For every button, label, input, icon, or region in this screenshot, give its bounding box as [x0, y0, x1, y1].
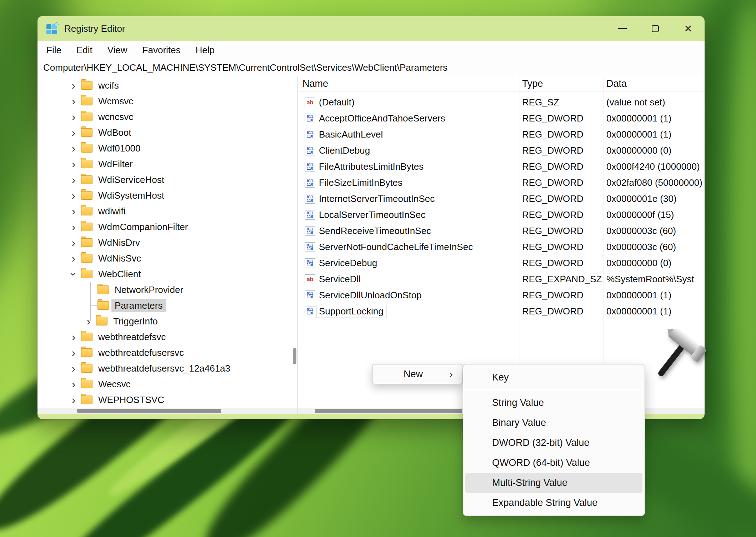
close-button[interactable]: ×: [672, 16, 705, 41]
minimize-button[interactable]: [606, 16, 639, 41]
list-horizontal-scrollbar-thumb[interactable]: [315, 409, 462, 413]
tree-item-wdmcompanionfilter[interactable]: ›WdmCompanionFilter: [37, 219, 292, 235]
value-row-basicauthlevel[interactable]: 011 110BasicAuthLevelREG_DWORD0x00000001…: [298, 126, 705, 143]
value-row-servicedebug[interactable]: 011 110ServiceDebugREG_DWORD0x00000000 (…: [298, 255, 705, 271]
chevron-right-icon[interactable]: ›: [69, 379, 78, 390]
tree-item-wdnisdrv[interactable]: ›WdNisDrv: [37, 235, 292, 250]
submenu-item-key[interactable]: Key: [465, 367, 642, 387]
value-row-filesizelimitinbytes[interactable]: 011 110FileSizeLimitInBytesREG_DWORD0x02…: [298, 175, 705, 191]
menu-edit[interactable]: Edit: [69, 41, 100, 59]
value-row-default[interactable]: ab(Default)REG_SZ(value not set): [298, 94, 705, 110]
folder-icon: [81, 348, 92, 357]
tree-item-wdiservicehost[interactable]: ›WdiServiceHost: [37, 172, 292, 188]
value-name: ServiceDllUnloadOnStop: [319, 290, 422, 301]
value-row-internetservertimeoutinsec[interactable]: 011 110InternetServerTimeoutInSecREG_DWO…: [298, 191, 705, 207]
menu-view[interactable]: View: [100, 41, 135, 59]
folder-icon: [81, 270, 92, 278]
maximize-button[interactable]: [639, 16, 672, 41]
chevron-right-icon[interactable]: ›: [69, 190, 78, 201]
tree-item-wdnissvc[interactable]: ›WdNisSvc: [37, 250, 292, 266]
value-name: SendReceiveTimeoutInSec: [319, 225, 431, 237]
chevron-right-icon[interactable]: ›: [69, 174, 78, 185]
tree-item-wcmsvc[interactable]: ›Wcmsvc: [37, 93, 292, 109]
tree-item-webthreatdefsvc[interactable]: ›webthreatdefsvc: [37, 329, 292, 345]
dword-value-icon: 011 110: [305, 258, 315, 268]
dword-value-icon: 011 110: [305, 130, 315, 139]
tree-item-webthreatdefusersvc-12a461a3[interactable]: ›webthreatdefusersvc_12a461a3: [37, 361, 292, 376]
menu-favorites[interactable]: Favorites: [135, 41, 188, 59]
tree-item-label: wdiwifi: [95, 205, 129, 218]
tree-horizontal-scrollbar-thumb[interactable]: [77, 409, 221, 413]
tree-item-webclient[interactable]: ›WebClient: [37, 266, 292, 282]
submenu-item-expandable-string-value[interactable]: Expandable String Value: [465, 493, 642, 513]
value-row-clientdebug[interactable]: 011 110ClientDebugREG_DWORD0x00000000 (0…: [298, 143, 705, 159]
value-row-servicedll[interactable]: abServiceDllREG_EXPAND_SZ%SystemRoot%\Sy…: [298, 271, 705, 287]
chevron-right-icon[interactable]: ›: [69, 253, 78, 264]
tree-item-wecsvc[interactable]: ›Wecsvc: [37, 376, 292, 392]
tree-item-label: Wecsvc: [95, 378, 134, 391]
value-row-servicedllunloadonstop[interactable]: 011 110ServiceDllUnloadOnStopREG_DWORD0x…: [298, 287, 705, 303]
value-name-cell: 011 110InternetServerTimeoutInSec: [302, 193, 520, 204]
folder-icon: [81, 191, 92, 200]
tree-item-wdisystemhost[interactable]: ›WdiSystemHost: [37, 188, 292, 203]
chevron-right-icon[interactable]: ›: [69, 159, 78, 170]
value-type: REG_DWORD: [520, 306, 604, 317]
tree-item-wdfilter[interactable]: ›WdFilter: [37, 156, 292, 172]
submenu-item-string-value[interactable]: String Value: [465, 393, 642, 413]
tree-item-label: TriggerInfo: [110, 315, 161, 328]
submenu-item-binary-value[interactable]: Binary Value: [465, 413, 642, 433]
chevron-right-icon[interactable]: ›: [84, 316, 93, 327]
context-menu-new[interactable]: New ›: [372, 364, 462, 384]
submenu-item-multi-string-value[interactable]: Multi-String Value: [465, 473, 642, 493]
tree-horizontal-scrollbar[interactable]: [37, 408, 297, 414]
tree-vertical-scrollbar[interactable]: [292, 77, 297, 407]
submenu-item-qword-64-bit-value[interactable]: QWORD (64-bit) Value: [465, 453, 642, 473]
tree-item-networkprovider[interactable]: NetworkProvider: [37, 282, 292, 298]
submenu-arrow-icon: ›: [449, 369, 453, 379]
chevron-down-icon[interactable]: ›: [68, 269, 79, 279]
tree-item-webthreatdefusersvc[interactable]: ›webthreatdefusersvc: [37, 345, 292, 361]
chevron-right-icon[interactable]: ›: [69, 80, 78, 91]
value-row-acceptofficeandtahoeservers[interactable]: 011 110AcceptOfficeAndTahoeServersREG_DW…: [298, 110, 705, 126]
chevron-right-icon[interactable]: ›: [69, 111, 78, 123]
tree-item-wcncsvc[interactable]: ›wcncsvc: [37, 109, 292, 125]
chevron-right-icon[interactable]: ›: [69, 143, 78, 154]
chevron-right-icon[interactable]: ›: [69, 206, 78, 217]
chevron-right-icon[interactable]: ›: [69, 363, 78, 374]
title-bar[interactable]: Registry Editor ×: [37, 16, 705, 41]
tree-item-wdboot[interactable]: ›WdBoot: [37, 125, 292, 140]
value-row-servernotfoundcachelifetimeinsec[interactable]: 011 110ServerNotFoundCacheLifeTimeInSecR…: [298, 239, 705, 255]
menu-bar: FileEditViewFavoritesHelp: [37, 41, 705, 59]
tree-item-wdf01000[interactable]: ›Wdf01000: [37, 140, 292, 156]
column-header-name[interactable]: Name: [302, 78, 520, 89]
menu-help[interactable]: Help: [188, 41, 222, 59]
tree-item-wdiwifi[interactable]: ›wdiwifi: [37, 203, 292, 219]
address-bar[interactable]: Computer\HKEY_LOCAL_MACHINE\SYSTEM\Curre…: [37, 59, 705, 76]
value-row-supportlocking[interactable]: 011 110SupportLockingREG_DWORD0x00000001…: [298, 303, 705, 319]
value-row-localservertimeoutinsec[interactable]: 011 110LocalServerTimeoutInSecREG_DWORD0…: [298, 207, 705, 223]
chevron-right-icon[interactable]: ›: [69, 127, 78, 138]
chevron-right-icon[interactable]: ›: [69, 347, 78, 358]
desktop: Registry Editor × FileEditViewFavoritesH…: [0, 0, 756, 537]
chevron-right-icon[interactable]: ›: [69, 222, 78, 233]
folder-icon: [96, 317, 107, 325]
value-row-sendreceivetimeoutinsec[interactable]: 011 110SendReceiveTimeoutInSecREG_DWORD0…: [298, 223, 705, 239]
value-row-fileattributeslimitinbytes[interactable]: 011 110FileAttributesLimitInBytesREG_DWO…: [298, 159, 705, 175]
tree-item-wcifs[interactable]: ›wcifs: [37, 78, 292, 93]
chevron-right-icon[interactable]: ›: [69, 237, 78, 248]
tree-item-triggerinfo[interactable]: ›TriggerInfo: [37, 313, 292, 329]
column-header-type[interactable]: Type: [520, 78, 604, 89]
tree-item-parameters[interactable]: Parameters: [37, 298, 292, 313]
submenu-item-dword-32-bit-value[interactable]: DWORD (32-bit) Value: [465, 433, 642, 453]
value-name: ClientDebug: [319, 145, 370, 156]
menu-file[interactable]: File: [39, 41, 69, 59]
column-header-data[interactable]: Data: [604, 78, 705, 89]
value-name: FileSizeLimitInBytes: [319, 177, 402, 188]
chevron-right-icon[interactable]: ›: [69, 394, 78, 406]
chevron-right-icon[interactable]: ›: [69, 332, 78, 343]
tree-item-wephostsvc[interactable]: ›WEPHOSTSVC: [37, 392, 292, 408]
value-type: REG_DWORD: [520, 225, 604, 237]
value-data: 0x000f4240 (1000000): [604, 161, 705, 172]
tree-vertical-scrollbar-thumb[interactable]: [293, 348, 296, 364]
chevron-right-icon[interactable]: ›: [69, 96, 78, 107]
